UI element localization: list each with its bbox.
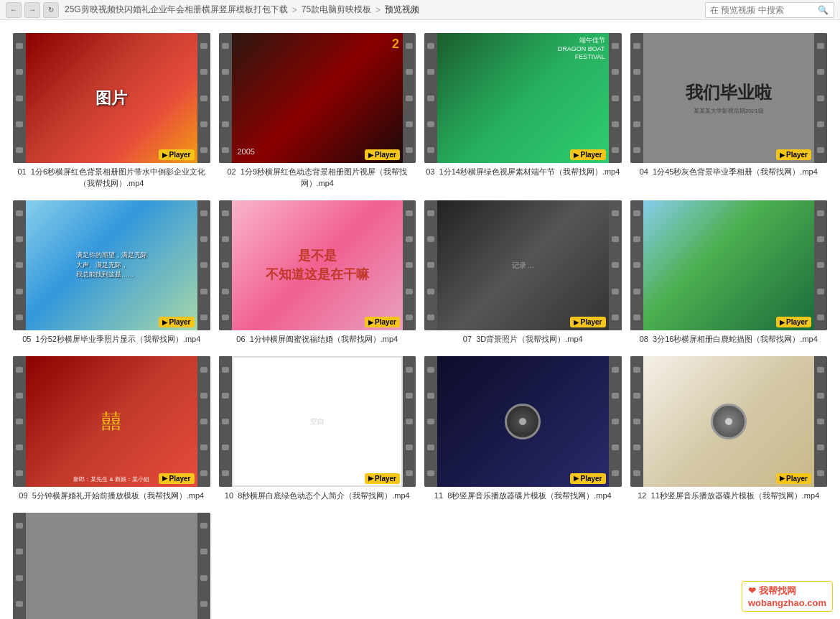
film-hole xyxy=(817,121,824,127)
film-hole xyxy=(612,289,619,294)
film-hole xyxy=(612,315,619,320)
film-strip-left xyxy=(219,33,232,163)
player-button[interactable]: ▶ Player xyxy=(776,473,811,484)
player-button[interactable]: ▶ Player xyxy=(776,149,811,160)
player-button[interactable]: ▶ Player xyxy=(365,473,400,484)
film-hole xyxy=(222,121,229,127)
thumbnail: 满足你的期望，满足无际大声、满足无际，我总能找到这是…… ▶ Player xyxy=(13,200,210,330)
list-item[interactable]: 端午佳节DRAGON BOATFESTIVAL ▶ Player 03 1分14… xyxy=(420,27,626,195)
player-button[interactable]: ▶ Player xyxy=(570,149,605,160)
thumb-image: 满足你的期望，满足无际大声、满足无际，我总能找到这是…… ▶ Player xyxy=(26,200,197,330)
player-label: Player xyxy=(169,475,190,483)
list-item[interactable]: 22005 ▶ Player 02 1分9秒横屏红色动态背景相册图片视屏（我帮找… xyxy=(215,27,421,195)
thumb-image: 空白 ▶ Player xyxy=(232,356,403,486)
film-strip-left xyxy=(13,513,26,619)
film-hole xyxy=(406,43,413,49)
film-hole xyxy=(222,367,229,373)
player-button[interactable]: ▶ Player xyxy=(570,317,605,327)
film-hole xyxy=(817,236,824,242)
film-hole xyxy=(427,69,434,75)
item-label: 05 1分52秒横屏毕业季照片显示（我帮找网）.mp4 xyxy=(13,334,210,345)
film-hole xyxy=(817,210,824,216)
film-hole xyxy=(16,393,23,399)
film-strip-left xyxy=(13,33,26,163)
player-label: Player xyxy=(580,151,602,159)
nav-refresh-btn[interactable]: ↻ xyxy=(43,2,59,18)
film-hole xyxy=(222,69,229,75)
film-hole xyxy=(612,262,619,268)
film-hole xyxy=(633,419,640,424)
player-button[interactable]: ▶ Player xyxy=(159,473,194,484)
film-hole xyxy=(817,96,824,101)
film-hole xyxy=(817,445,824,450)
item-label: 08 3分16秒横屏相册白鹿蛇描图（我帮找网）.mp4 xyxy=(630,334,828,345)
list-item[interactable]: 空白 ▶ Player 10 8秒横屏白底绿色动态个人简介（我帮找网）.mp4 xyxy=(215,350,421,507)
film-hole xyxy=(200,96,207,101)
play-icon: ▶ xyxy=(780,475,785,482)
film-hole xyxy=(200,601,207,607)
thumbnail: 是不是不知道这是在干嘛 ▶ Player xyxy=(219,200,416,330)
play-icon: ▶ xyxy=(368,319,373,326)
player-button[interactable]: ▶ Player xyxy=(159,149,194,160)
search-input[interactable] xyxy=(710,5,818,15)
list-item[interactable]: 图片 ▶ Player 01 1分6秒横屏红色背景相册图片带水中倒影企业文化（我… xyxy=(9,27,215,195)
film-hole xyxy=(406,236,413,242)
player-label: Player xyxy=(169,151,190,159)
film-hole xyxy=(633,262,640,268)
film-hole xyxy=(16,121,23,127)
film-hole xyxy=(222,210,229,216)
nav-forward-btn[interactable]: → xyxy=(24,2,40,18)
item-label: 12 11秒竖屏音乐播放器碟片模板（我帮找网）.mp4 xyxy=(630,490,828,501)
breadcrumb-1[interactable]: 25G剪映视频快闪婚礼企业年会相册横屏竖屏模板打包下载 xyxy=(65,4,288,16)
film-hole xyxy=(200,147,207,153)
player-label: Player xyxy=(375,318,396,326)
film-hole xyxy=(200,121,207,127)
film-hole xyxy=(633,315,640,320)
item-label: 09 5分钟横屏婚礼开始前播放模板（我帮找网）.mp4 xyxy=(13,490,210,501)
player-button[interactable]: ▶ Player xyxy=(159,317,194,327)
list-item[interactable]: 记录 ... ▶ Player 07 3D背景照片（我帮找网）.mp4 xyxy=(420,195,626,351)
play-icon: ▶ xyxy=(780,152,785,159)
thumb-image: ▶ Player xyxy=(437,356,609,486)
list-item[interactable]: ▶ Player 12 11秒竖屏音乐播放器碟片模板（我帮找网）.mp4 xyxy=(626,350,832,507)
list-item[interactable]: 满足你的期望，满足无际大声、满足无际，我总能找到这是…… ▶ Player 05… xyxy=(9,195,215,351)
list-item[interactable]: ▶ Player 08 3分16秒横屏相册白鹿蛇描图（我帮找网）.mp4 xyxy=(626,195,832,351)
film-hole xyxy=(817,147,824,153)
film-hole xyxy=(612,393,619,399)
film-hole xyxy=(16,601,23,607)
list-item[interactable]: 我们毕业啦某某某大学影视后期2021级 ▶ Player 04 1分45秒灰色背… xyxy=(626,27,832,195)
player-button[interactable]: ▶ Player xyxy=(365,149,400,160)
film-hole xyxy=(200,470,207,476)
player-label: Player xyxy=(580,475,602,483)
film-hole xyxy=(16,69,23,75)
player-button[interactable]: ▶ Player xyxy=(570,473,605,484)
thumb-image: 我们毕业啦某某某大学影视后期2021级 ▶ Player xyxy=(643,33,815,163)
film-hole xyxy=(406,147,413,153)
film-hole xyxy=(817,470,824,476)
search-icon[interactable]: 🔍 xyxy=(818,5,829,15)
play-icon: ▶ xyxy=(574,152,579,159)
nav-back-btn[interactable]: ← xyxy=(6,2,22,18)
film-strip-left xyxy=(630,33,643,163)
film-hole xyxy=(633,445,640,450)
player-button[interactable]: ▶ Player xyxy=(776,317,811,327)
player-label: Player xyxy=(580,318,602,326)
film-hole xyxy=(612,367,619,373)
watermark: ❤ 我帮找网wobangzhao.com xyxy=(742,581,833,612)
film-hole xyxy=(633,393,640,399)
film-strip-left xyxy=(424,356,437,486)
list-item[interactable]: 是不是不知道这是在干嘛 ▶ Player 06 1分钟横屏阖蜜祝福结婚（我帮找网… xyxy=(215,195,421,351)
film-hole xyxy=(16,210,23,216)
list-item[interactable]: 13 ... xyxy=(9,507,215,619)
film-hole xyxy=(633,69,640,75)
film-hole xyxy=(612,147,619,153)
film-hole xyxy=(16,575,23,581)
list-item[interactable]: ▶ Player 11 8秒竖屏音乐播放器碟片模板（我帮找网）.mp4 xyxy=(420,350,626,507)
film-hole xyxy=(16,523,23,529)
player-button[interactable]: ▶ Player xyxy=(365,317,400,327)
film-strip-right xyxy=(197,33,210,163)
list-item[interactable]: 囍新郎：某先生 & 新娘：某小姐 ▶ Player 09 5分钟横屏婚礼开始前播… xyxy=(9,350,215,507)
breadcrumb-2[interactable]: 75款电脑剪映模板 xyxy=(302,4,371,16)
film-hole xyxy=(222,43,229,49)
film-hole xyxy=(406,210,413,216)
